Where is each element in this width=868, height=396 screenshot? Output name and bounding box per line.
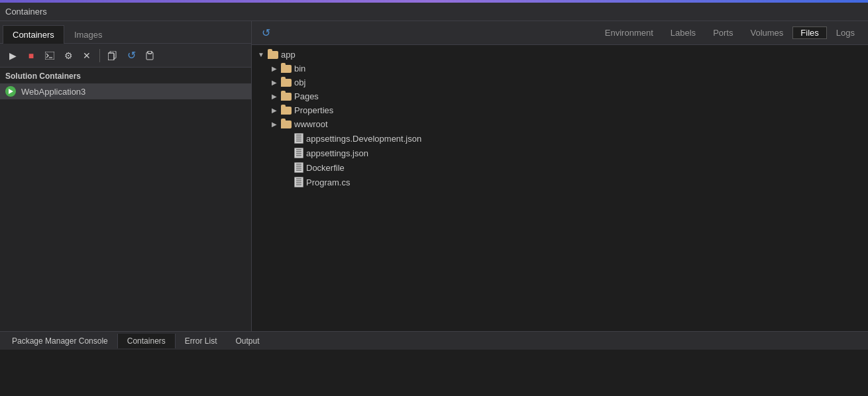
bottom-tab-package-manager[interactable]: Package Manager Console xyxy=(3,334,117,348)
tree-item-appsettings[interactable]: appsettings.json xyxy=(252,146,868,160)
title-bar: Containers xyxy=(0,3,868,21)
file-icon-appsettings-dev xyxy=(294,133,303,144)
tab-ports[interactable]: Ports xyxy=(705,26,741,39)
main-layout: Containers Images ▶ ■ ⚙ ✕ xyxy=(0,21,868,331)
tree-label-properties: Properties xyxy=(294,105,333,115)
files-refresh-button[interactable]: ↺ xyxy=(257,25,274,42)
chevron-wwwroot xyxy=(270,121,278,128)
tab-logs[interactable]: Logs xyxy=(828,26,863,39)
tree-label-appsettings: appsettings.json xyxy=(306,148,368,158)
tree-item-pages[interactable]: Pages xyxy=(252,89,868,103)
file-icon-dockerfile xyxy=(294,162,303,173)
chevron-obj xyxy=(270,79,278,87)
right-panel: ↺ Environment Labels Ports Volumes Files… xyxy=(252,21,868,331)
terminal-button[interactable] xyxy=(41,47,58,64)
bottom-tab-output[interactable]: Output xyxy=(226,334,268,348)
tab-containers[interactable]: Containers xyxy=(3,25,64,44)
tree-label-programcs: Program.cs xyxy=(306,177,350,187)
folder-icon-app xyxy=(268,51,278,59)
detail-tabs: Environment Labels Ports Volumes Files L… xyxy=(277,26,863,39)
svg-rect-3 xyxy=(108,53,114,60)
tree-label-app: app xyxy=(281,50,296,60)
paste-button[interactable] xyxy=(141,47,158,64)
tree-item-wwwroot[interactable]: wwwroot xyxy=(252,117,868,131)
tab-environment[interactable]: Environment xyxy=(597,26,661,39)
solution-containers-label: Solution Containers xyxy=(0,68,251,83)
folder-icon-pages xyxy=(281,93,292,101)
tree-item-properties[interactable]: Properties xyxy=(252,103,868,117)
refresh-button[interactable]: ↺ xyxy=(123,47,140,64)
tree-item-appsettings-dev[interactable]: appsettings.Development.json xyxy=(252,131,868,146)
container-item-webapp3[interactable]: WebApplication3 xyxy=(0,83,251,99)
tree-label-wwwroot: wwwroot xyxy=(294,119,328,129)
tab-volumes[interactable]: Volumes xyxy=(742,26,791,39)
top-tab-bar: Containers Images xyxy=(0,21,251,44)
stop-button[interactable]: ■ xyxy=(23,47,40,64)
title-text: Containers xyxy=(5,7,47,17)
svg-rect-6 xyxy=(148,51,152,54)
folder-icon-wwwroot xyxy=(281,121,292,128)
toolbar: ▶ ■ ⚙ ✕ ↺ xyxy=(0,44,251,68)
tree-label-dockerfile: Dockerfile xyxy=(306,163,345,173)
start-button[interactable]: ▶ xyxy=(4,47,21,64)
right-toolbar: ↺ Environment Labels Ports Volumes Files… xyxy=(252,21,868,45)
bottom-tab-error-list[interactable]: Error List xyxy=(176,334,227,348)
chevron-pages xyxy=(270,93,278,101)
folder-icon-properties xyxy=(281,107,292,115)
tree-label-appsettings-dev: appsettings.Development.json xyxy=(306,134,421,144)
tree-item-programcs[interactable]: Program.cs xyxy=(252,175,868,189)
tab-images[interactable]: Images xyxy=(64,25,113,44)
tree-item-app[interactable]: app xyxy=(252,48,868,62)
settings-button[interactable]: ⚙ xyxy=(60,47,77,64)
chevron-properties xyxy=(270,107,278,115)
tree-label-pages: Pages xyxy=(294,91,319,101)
bottom-tab-containers[interactable]: Containers xyxy=(117,334,176,348)
file-icon-programcs xyxy=(294,177,303,187)
left-panel: Containers Images ▶ ■ ⚙ ✕ xyxy=(0,21,252,331)
chevron-app xyxy=(257,51,265,59)
tree-item-dockerfile[interactable]: Dockerfile xyxy=(252,160,868,175)
chevron-bin xyxy=(270,65,278,73)
folder-icon-obj xyxy=(281,79,292,87)
file-tree: app bin obj Pages xyxy=(252,45,868,331)
svg-rect-0 xyxy=(45,52,54,60)
running-status-icon xyxy=(5,86,16,97)
tree-item-obj[interactable]: obj xyxy=(252,75,868,89)
tab-labels[interactable]: Labels xyxy=(663,26,704,39)
container-item-label: WebApplication3 xyxy=(21,87,85,97)
tree-label-obj: obj xyxy=(294,77,305,87)
tab-files[interactable]: Files xyxy=(792,26,826,39)
tree-label-bin: bin xyxy=(294,64,305,74)
toolbar-separator-1 xyxy=(99,49,100,62)
folder-icon-bin xyxy=(281,65,292,73)
delete-button[interactable]: ✕ xyxy=(78,47,95,64)
tree-item-bin[interactable]: bin xyxy=(252,62,868,75)
file-icon-appsettings xyxy=(294,148,303,158)
copy-button[interactable] xyxy=(104,47,121,64)
bottom-tabs: Package Manager Console Containers Error… xyxy=(0,331,868,350)
